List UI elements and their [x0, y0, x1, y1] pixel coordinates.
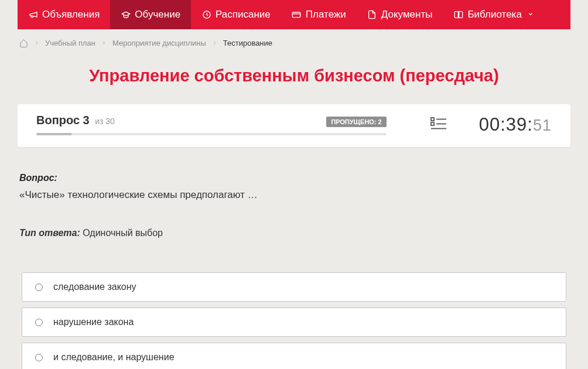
question-section: Вопрос: «Чистые» технологические схемы п…	[18, 173, 570, 238]
question-label: Вопрос:	[19, 173, 569, 183]
nav-label: Платежи	[306, 9, 346, 20]
svg-rect-4	[431, 122, 434, 125]
timer: 00:39:51	[479, 114, 552, 135]
timer-seconds: 51	[533, 117, 552, 134]
nav-label: Библиотека	[467, 9, 521, 20]
breadcrumb-item-plan[interactable]: Учебный план	[45, 39, 95, 47]
option-label: и следование, и нарушение	[53, 352, 175, 363]
option-radio-2[interactable]	[35, 319, 43, 326]
skipped-badge: ПРОПУЩЕНО: 2	[326, 117, 386, 127]
answer-type-label: Тип ответа:	[19, 228, 80, 238]
nav-label: Объявления	[42, 9, 100, 20]
megaphone-icon	[28, 10, 38, 20]
timer-main: 00:39:	[479, 114, 533, 135]
main-navbar: Объявления Обучение Расписание Платежи Д…	[18, 0, 570, 29]
home-icon[interactable]	[19, 39, 28, 47]
nav-learning[interactable]: Обучение	[110, 0, 191, 29]
chevron-down-icon	[528, 11, 534, 19]
progress-area: Вопрос 3 из 30 ПРОПУЩЕНО: 2	[36, 114, 387, 135]
option-radio-1[interactable]	[35, 283, 43, 291]
option-label: следование закону	[53, 282, 136, 292]
graduation-icon	[121, 10, 131, 20]
nav-label: Обучение	[135, 9, 180, 20]
breadcrumb: Учебный план Мероприятие дисциплины Тест…	[18, 29, 570, 58]
breadcrumb-item-test: Тестирование	[223, 39, 272, 47]
answer-type-value: Одиночный выбор	[83, 228, 163, 238]
nav-documents[interactable]: Документы	[357, 0, 443, 29]
clock-icon	[201, 10, 211, 20]
page-title: Управление собственным бизнесом (пересда…	[18, 66, 570, 86]
chevron-right-icon	[101, 40, 107, 47]
nav-schedule[interactable]: Расписание	[191, 0, 281, 29]
chevron-right-icon	[34, 40, 39, 47]
question-number: Вопрос 3	[36, 114, 90, 127]
question-text: «Чистые» технологические схемы предполаг…	[19, 189, 569, 201]
option-radio-3[interactable]	[35, 354, 43, 361]
document-icon	[367, 10, 377, 20]
options-area: следование закону нарушение закона и сле…	[18, 272, 570, 369]
nav-library[interactable]: Библиотека	[443, 0, 543, 29]
option-label: нарушение закона	[53, 317, 134, 327]
question-total: из 30	[95, 117, 115, 126]
progress-bar	[36, 133, 387, 135]
svg-rect-2	[431, 118, 434, 121]
book-icon	[453, 10, 463, 20]
card-icon	[292, 10, 302, 20]
option-2[interactable]: нарушение закона	[22, 308, 566, 337]
option-1[interactable]: следование закону	[22, 272, 566, 302]
progress-fill	[36, 133, 71, 135]
nav-label: Расписание	[216, 9, 271, 20]
chevron-right-icon	[212, 40, 217, 47]
breadcrumb-item-event[interactable]: Мероприятие дисциплины	[112, 39, 206, 47]
nav-payments[interactable]: Платежи	[281, 0, 357, 29]
question-list-icon[interactable]	[430, 117, 447, 133]
status-card: Вопрос 3 из 30 ПРОПУЩЕНО: 2 00:39:51	[18, 104, 570, 147]
svg-rect-1	[293, 12, 300, 18]
nav-label: Документы	[381, 9, 433, 20]
nav-announcements[interactable]: Объявления	[18, 0, 110, 29]
option-3[interactable]: и следование, и нарушение	[22, 343, 566, 369]
